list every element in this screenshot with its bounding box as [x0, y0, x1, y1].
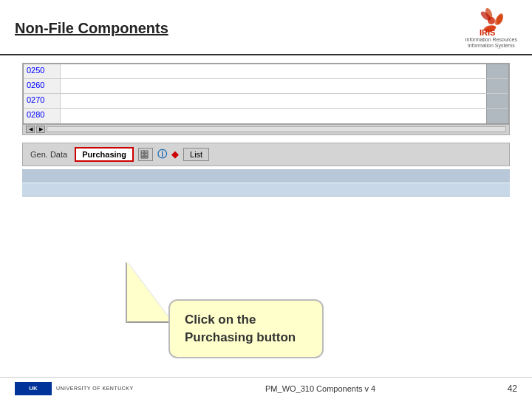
header: Non-File Components IRIS Information Res… [0, 0, 532, 55]
callout-box: Click on the Purchasing button [168, 299, 324, 358]
table-cell-shaded [486, 79, 508, 93]
table-cell-empty [61, 79, 486, 93]
svg-text:IRIS: IRIS [480, 28, 495, 37]
main-content: 0250 0260 0270 0280 ◀ ▶ [0, 55, 532, 204]
table-cell-shaded [486, 94, 508, 108]
table-inner: 0250 0260 0270 0280 [23, 64, 509, 124]
grid-icon [140, 150, 151, 159]
scroll-right-btn[interactable]: ▶ [36, 126, 45, 133]
purchasing-button[interactable]: Purchasing [75, 147, 134, 162]
horizontal-scrollbar[interactable]: ◀ ▶ [23, 124, 509, 134]
table-row: 0260 [24, 79, 508, 94]
row-id-0280[interactable]: 0280 [24, 109, 61, 123]
page-title: Non-File Components [15, 20, 168, 37]
callout-text: Click on the Purchasing button [185, 313, 296, 344]
table-container: 0250 0260 0270 0280 ◀ ▶ [22, 63, 510, 135]
blue-row-2 [22, 183, 510, 197]
footer-slide-info: PM_WO_310 Components v 4 [265, 384, 375, 393]
list-button[interactable]: List [183, 148, 209, 161]
iris-logo: IRIS Information ResourcesInformation Sy… [466, 7, 517, 50]
footer-slide-number: 42 [508, 383, 517, 394]
footer: UK UNIVERSITY OF KENTUCKY PM_WO_310 Comp… [0, 377, 532, 399]
blue-row-1 [22, 169, 510, 183]
table-row: 0270 [24, 94, 508, 109]
info-icon[interactable]: ⓘ [157, 148, 167, 161]
diamond-icon[interactable]: ◆ [171, 149, 179, 160]
table-cell-empty [61, 64, 486, 78]
toolbar-row: Gen. Data Purchasing ⓘ ◆ List [22, 143, 510, 166]
svg-rect-12 [141, 157, 144, 158]
iris-logo-icon: IRIS [474, 7, 509, 37]
scroll-track[interactable] [47, 126, 506, 132]
table-cell-empty [61, 94, 486, 108]
row-id-0270[interactable]: 0270 [24, 94, 61, 108]
scroll-left-btn[interactable]: ◀ [26, 126, 35, 133]
table-cell-shaded [486, 64, 508, 78]
table-cell-shaded [486, 109, 508, 123]
svg-rect-10 [141, 154, 144, 156]
svg-rect-13 [145, 157, 148, 158]
grid-icon-button[interactable] [138, 148, 153, 161]
footer-left: UK UNIVERSITY OF KENTUCKY [15, 382, 134, 395]
table-row: 0280 [24, 109, 508, 123]
svg-rect-9 [145, 151, 148, 153]
row-id-0250[interactable]: 0250 [24, 64, 61, 78]
callout-arrow [127, 262, 171, 321]
iris-tagline: Information ResourcesInformation Systems [466, 37, 517, 50]
table-cell-empty [61, 109, 486, 123]
uk-logo: UK [15, 382, 52, 395]
gen-data-label: Gen. Data [30, 150, 67, 159]
svg-rect-8 [141, 151, 144, 153]
university-name: UNIVERSITY OF KENTUCKY [56, 386, 134, 391]
uk-logo-text: UK [29, 385, 38, 392]
row-id-0260[interactable]: 0260 [24, 79, 61, 93]
table-row: 0250 [24, 64, 508, 79]
svg-rect-11 [145, 154, 148, 156]
